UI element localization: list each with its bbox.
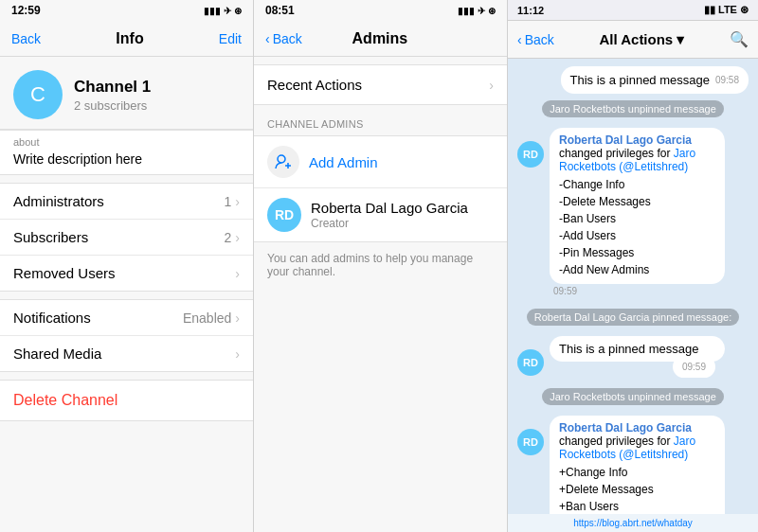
chat-panel: 11:12 ▮▮ LTE ⊛ ‹ Back All Actions ▾ 🔍 Th… — [508, 0, 758, 532]
administrators-count: 1 — [225, 194, 232, 209]
status-icons-1: ▮▮▮ ✈ ⊛ — [204, 6, 242, 16]
status-bar-3: 11:12 ▮▮ LTE ⊛ — [508, 0, 758, 21]
admin-help-text: You can add admins to help you manage yo… — [254, 242, 507, 288]
admin-row[interactable]: RD Roberta Dal Lago Garcia Creator — [254, 188, 507, 242]
delete-channel-button[interactable]: Delete Channel — [0, 380, 253, 421]
action-bubble-2: Roberta Dal Lago Garcia changed privileg… — [550, 416, 725, 514]
action-avatar-1: RD — [517, 141, 544, 168]
nav-title-1: Info — [116, 30, 143, 47]
notifications-label: Notifications — [13, 310, 91, 326]
pinned-time-1: 09:58 — [715, 75, 739, 85]
status-bar-2: 08:51 ▮▮▮ ✈ ⊛ — [254, 0, 507, 21]
channel-info: Channel 1 2 subscribers — [74, 78, 151, 113]
add-admin-label: Add Admin — [309, 154, 378, 170]
action-avatar-2: RD — [517, 429, 544, 455]
menu-group-1: Administrators 1 › Subscribers 2 › Remov… — [0, 183, 253, 292]
admin-role: Creator — [311, 217, 468, 230]
add-admin-icon — [267, 146, 299, 178]
chevron-icon-notif: › — [235, 310, 240, 326]
system-msg-1: Jaro Rocketbots unpinned message — [542, 100, 724, 117]
shared-media-item[interactable]: Shared Media › — [0, 336, 253, 371]
chevron-icon-recent: › — [489, 78, 494, 93]
admin-name: Roberta Dal Lago Garcia — [311, 200, 468, 216]
time-2: 08:51 — [265, 4, 295, 17]
pinned-bubble: This is a pinned message 09:59 — [550, 336, 725, 362]
channel-info-panel: 12:59 ▮▮▮ ✈ ⊛ Back Info Edit C Channel 1… — [0, 0, 254, 532]
time-3: 11:12 — [517, 5, 544, 16]
action-bubble-content-1: Roberta Dal Lago Garcia changed privileg… — [550, 128, 725, 284]
subscribers-count: 2 — [225, 230, 232, 245]
pinned-bubble-text: This is a pinned message — [559, 342, 698, 356]
about-section: about Write description here — [0, 130, 253, 175]
pinned-msg-text-1: This is a pinned message — [570, 73, 710, 87]
action-list-1: -Change Info-Delete Messages-Ban Users-A… — [559, 176, 715, 278]
back-button-2[interactable]: ‹ Back — [265, 31, 302, 46]
chat-messages: This is a pinned message 09:58 Jaro Rock… — [508, 59, 758, 514]
action-group-1: RD Roberta Dal Lago Garcia changed privi… — [517, 128, 749, 298]
pinned-msg-bubble-1: This is a pinned message 09:58 — [561, 66, 749, 94]
edit-button[interactable]: Edit — [219, 31, 242, 46]
chat-nav-title[interactable]: All Actions ▾ — [599, 31, 684, 48]
administrators-right: 1 › — [225, 194, 240, 209]
pinned-bubble-time: 09:59 — [673, 356, 715, 378]
recent-actions-item[interactable]: Recent Actions › — [254, 64, 507, 105]
recent-actions-label: Recent Actions — [267, 77, 362, 93]
admins-panel: 08:51 ▮▮▮ ✈ ⊛ ‹ Back Admins Recent Actio… — [254, 0, 508, 532]
chat-nav-bar: ‹ Back All Actions ▾ 🔍 — [508, 21, 758, 59]
pinned-action-group: RD This is a pinned message 09:59 — [517, 336, 749, 378]
action-bubble-1: Roberta Dal Lago Garcia changed privileg… — [550, 128, 725, 298]
pinned-bubble-wrapper: This is a pinned message 09:59 — [550, 336, 725, 378]
subscribers-label: Subscribers — [13, 229, 88, 245]
subscribers-right: 2 › — [225, 230, 240, 245]
administrators-label: Administrators — [13, 193, 104, 209]
notifications-right: Enabled › — [183, 310, 240, 326]
pinned-action-avatar: RD — [517, 349, 544, 376]
menu-group-2: Notifications Enabled › Shared Media › — [0, 299, 253, 372]
search-icon[interactable]: 🔍 — [730, 30, 749, 48]
notifications-value: Enabled — [183, 310, 231, 326]
action-actor-2: Roberta Dal Lago Garcia changed privileg… — [559, 421, 715, 461]
status-icons-2: ▮▮▮ ✈ ⊛ — [458, 6, 496, 16]
time-1: 12:59 — [11, 4, 41, 17]
channel-subscribers: 2 subscribers — [74, 98, 151, 113]
chevron-icon-subs: › — [235, 230, 240, 245]
description-text[interactable]: Write description here — [13, 151, 240, 167]
pinned-msg-row-1: This is a pinned message 09:58 — [517, 66, 749, 94]
subscribers-item[interactable]: Subscribers 2 › — [0, 220, 253, 256]
removed-right: › — [235, 266, 240, 281]
system-msg-2: Roberta Dal Lago Garcia pinned message: — [527, 309, 740, 326]
back-button-1[interactable]: Back — [11, 31, 41, 46]
action-group-2: RD Roberta Dal Lago Garcia changed privi… — [517, 416, 749, 514]
admin-avatar: RD — [267, 198, 301, 232]
removed-users-item[interactable]: Removed Users › — [0, 256, 253, 291]
shared-media-label: Shared Media — [13, 346, 101, 362]
nav-bar-2: ‹ Back Admins — [254, 21, 507, 57]
notifications-item[interactable]: Notifications Enabled › — [0, 300, 253, 336]
chevron-icon-media: › — [235, 346, 240, 362]
administrators-item[interactable]: Administrators 1 › — [0, 184, 253, 220]
status-bar-1: 12:59 ▮▮▮ ✈ ⊛ — [0, 0, 253, 21]
add-admin-button[interactable]: Add Admin — [254, 135, 507, 188]
nav-title-2: Admins — [352, 30, 408, 47]
svg-point-0 — [278, 155, 285, 163]
channel-header: C Channel 1 2 subscribers — [0, 57, 253, 130]
watermark: https://blog.abrt.net/whatday — [508, 514, 758, 532]
admin-info: Roberta Dal Lago Garcia Creator — [311, 200, 468, 230]
chevron-icon-removed: › — [235, 266, 240, 281]
about-label: about — [13, 136, 240, 151]
action-time-1: 09:59 — [550, 284, 725, 298]
status-icons-3: ▮▮ LTE ⊛ — [704, 4, 749, 16]
system-msg-3: Jaro Rocketbots unpinned message — [542, 388, 724, 405]
action-bubble-content-2: Roberta Dal Lago Garcia changed privileg… — [550, 416, 725, 514]
action-list-2: +Change Info+Delete Messages+Ban Users+A… — [559, 464, 715, 514]
removed-users-label: Removed Users — [13, 265, 116, 281]
action-actor-1: Roberta Dal Lago Garcia changed privileg… — [559, 133, 715, 173]
channel-avatar: C — [13, 70, 63, 119]
channel-admins-header: CHANNEL ADMINS — [254, 105, 507, 135]
chevron-icon-admin: › — [235, 194, 240, 209]
shared-media-right: › — [235, 346, 240, 362]
chat-back-button[interactable]: ‹ Back — [517, 32, 554, 47]
nav-bar-1: Back Info Edit — [0, 21, 253, 57]
channel-name: Channel 1 — [74, 78, 151, 97]
